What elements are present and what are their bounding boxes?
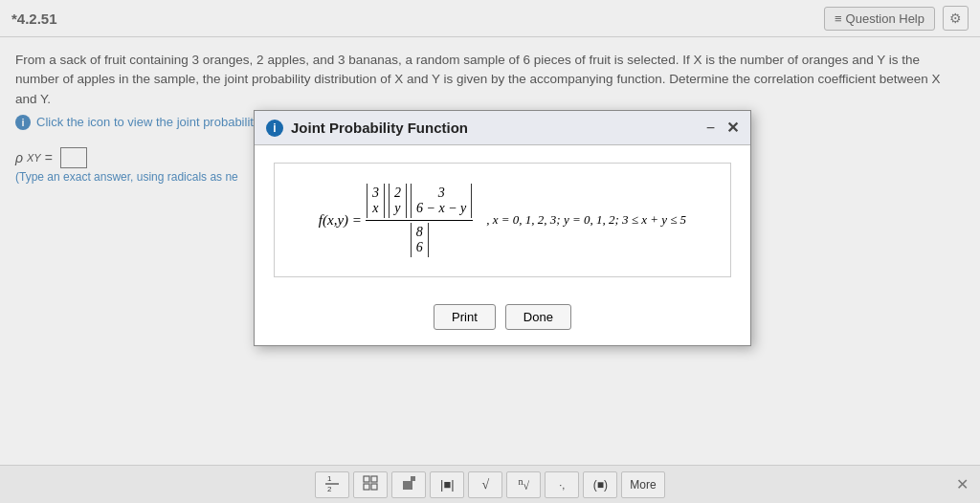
formula-denominator: 8 6 — [410, 221, 430, 257]
formula-numerator: 3 x 2 y 3 6 − x − y — [366, 184, 473, 221]
binom-1: 3 x — [367, 184, 385, 218]
binom-denom: 8 6 — [411, 223, 429, 257]
modal-minimize-button[interactable]: − — [702, 120, 719, 136]
formula-display: f(x,y) = 3 x 2 y — [319, 184, 686, 257]
formula-fraction: 3 x 2 y 3 6 − x − y — [366, 184, 473, 257]
modal-title: Joint Probability Function — [291, 120, 468, 136]
done-button[interactable]: Done — [505, 304, 571, 330]
modal-body: f(x,y) = 3 x 2 y — [255, 145, 750, 295]
modal-header: i Joint Probability Function − ✕ — [255, 111, 750, 145]
formula-box: f(x,y) = 3 x 2 y — [274, 163, 731, 277]
modal-close-button[interactable]: ✕ — [726, 119, 739, 137]
binom-2: 2 y — [389, 184, 407, 218]
joint-probability-modal: i Joint Probability Function − ✕ f(x,y) … — [254, 110, 751, 346]
modal-footer: Print Done — [255, 295, 750, 345]
modal-title-area: i Joint Probability Function — [266, 120, 468, 137]
modal-controls: − ✕ — [702, 119, 739, 137]
print-button[interactable]: Print — [434, 304, 496, 330]
formula-lhs: f(x,y) = — [319, 212, 362, 229]
formula-constraint: , x = 0, 1, 2, 3; y = 0, 1, 2; 3 ≤ x + y… — [486, 212, 686, 228]
binom-3: 3 6 − x − y — [411, 184, 472, 218]
modal-info-icon: i — [266, 120, 283, 137]
